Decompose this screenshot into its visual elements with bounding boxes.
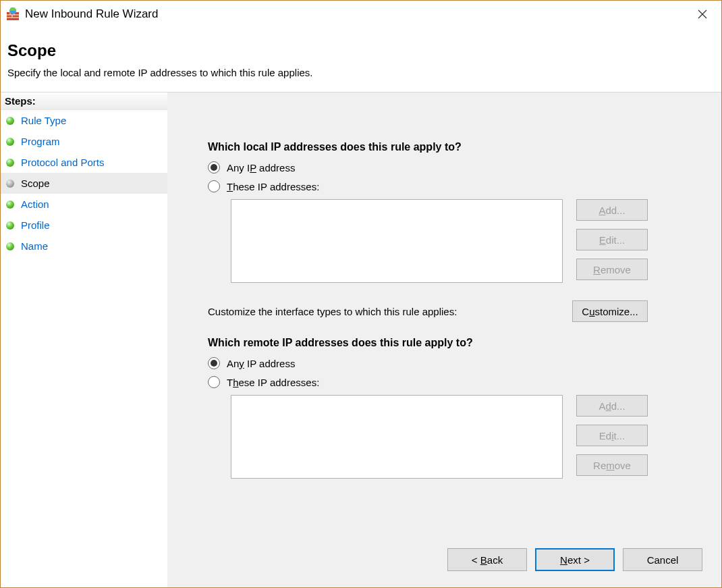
customize-button[interactable]: Customize... [572,300,648,322]
step-bullet-icon [6,180,14,188]
page-subtitle: Specify the local and remote IP addresse… [7,67,715,78]
step-label: Profile [21,219,50,231]
page-title: Scope [7,41,715,60]
local-edit-button[interactable]: Edit... [576,229,648,250]
step-action[interactable]: Action [1,194,167,215]
radio-unselected-icon [208,180,220,192]
remote-any-radio-row[interactable]: Any IP address [208,357,705,369]
local-any-radio-row[interactable]: Any IP address [208,161,705,173]
nav-buttons: < Back Next > Cancel [447,548,702,571]
step-bullet-icon [6,221,14,230]
remote-remove-button[interactable]: Remove [576,454,648,476]
local-add-button[interactable]: Add... [576,199,648,221]
remote-edit-button[interactable]: Edit... [576,425,648,446]
step-label: Program [21,136,60,147]
remote-ip-block: Add... Edit... Remove [231,395,705,479]
remote-question: Which remote IP addresses does this rule… [208,337,705,349]
step-bullet-icon [6,242,14,250]
customize-text: Customize the interface types to which t… [208,306,457,317]
step-bullet-icon [6,159,14,167]
firewall-icon [6,7,20,21]
close-icon[interactable] [689,4,716,24]
remote-any-label: Any IP address [227,358,295,369]
step-bullet-icon [6,117,14,125]
back-button[interactable]: < Back [447,548,527,571]
wizard-window: New Inbound Rule Wizard Scope Specify th… [0,0,722,588]
radio-selected-icon [208,161,220,173]
page-header: Scope Specify the local and remote IP ad… [1,28,721,92]
step-label: Name [21,240,48,252]
next-button[interactable]: Next > [535,548,615,571]
steps-sidebar: Steps: Rule TypeProgramProtocol and Port… [1,92,167,587]
step-label: Scope [21,178,50,189]
local-ip-list[interactable] [231,199,563,283]
step-program[interactable]: Program [1,131,167,152]
cancel-button[interactable]: Cancel [623,548,702,571]
step-label: Rule Type [21,115,66,126]
step-protocol-and-ports[interactable]: Protocol and Ports [1,152,167,173]
radio-selected-icon [208,357,220,369]
radio-unselected-icon [208,376,220,388]
local-ip-block: Add... Edit... Remove [231,199,705,283]
customize-row: Customize the interface types to which t… [208,300,649,322]
local-remove-button[interactable]: Remove [576,259,648,280]
main-panel: Which local IP addresses does this rule … [167,92,721,587]
step-profile[interactable]: Profile [1,215,167,236]
local-question: Which local IP addresses does this rule … [208,141,705,153]
step-rule-type[interactable]: Rule Type [1,110,167,131]
step-scope[interactable]: Scope [1,173,167,194]
remote-add-button[interactable]: Add... [576,395,648,417]
remote-ip-buttons: Add... Edit... Remove [576,395,648,479]
local-these-label: These IP addresses: [227,181,319,192]
step-label: Protocol and Ports [21,157,104,168]
window-title: New Inbound Rule Wizard [25,7,689,21]
remote-ip-list[interactable] [231,395,563,479]
remote-these-radio-row[interactable]: These IP addresses: [208,376,705,388]
step-bullet-icon [6,201,14,209]
step-bullet-icon [6,138,14,146]
remote-these-label: These IP addresses: [227,377,319,388]
local-ip-buttons: Add... Edit... Remove [576,199,648,283]
titlebar: New Inbound Rule Wizard [1,1,721,28]
local-any-label: Any IP address [227,162,295,173]
local-these-radio-row[interactable]: These IP addresses: [208,180,705,192]
steps-header: Steps: [1,92,167,110]
step-name[interactable]: Name [1,236,167,257]
step-label: Action [21,198,49,210]
wizard-body: Steps: Rule TypeProgramProtocol and Port… [1,92,721,587]
